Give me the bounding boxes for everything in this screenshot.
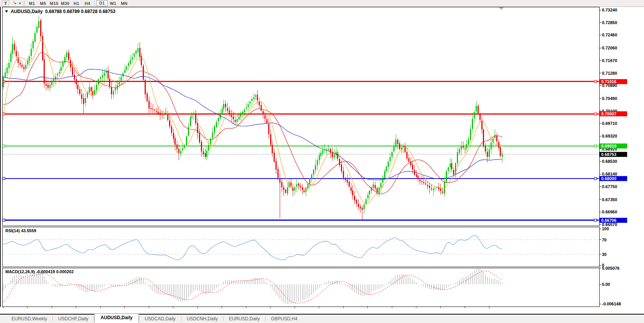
price-line-label: 0.69010 [600, 144, 627, 149]
chart-menu-icon[interactable] [5, 10, 8, 13]
price-tick-label: 0.72060 [602, 46, 617, 50]
ohlc-values: 0.68788 0.68789 0.68728 0.68753 [45, 9, 116, 14]
macd-scale-label: 0.005076 [602, 266, 620, 271]
price-tick-label: 0.66960 [602, 210, 617, 214]
timeframe-M15[interactable]: M15 [49, 0, 60, 6]
text-tool-label: T [4, 1, 7, 6]
dropdown-caret-icon[interactable] [19, 3, 21, 4]
tab-usdcnh-daily[interactable]: USDCNH,Daily [181, 315, 223, 323]
main-chart-panel[interactable] [2, 7, 600, 226]
price-tick-label: 0.70490 [602, 96, 617, 101]
rsi-scale-label: 30 [602, 252, 607, 257]
price-tick-label: 0.72850 [602, 20, 617, 25]
symbol-period-label: AUDUSD,Daily [11, 9, 42, 14]
toolbar-grip[interactable] [24, 1, 24, 6]
timeframe-H1[interactable]: H1 [71, 0, 82, 6]
price-line-label: 0.71016 [600, 79, 627, 84]
rsi-scale-label: 70 [602, 238, 607, 242]
tab-eurusd-daily[interactable]: EURUSD,Daily [223, 315, 265, 323]
price-line-label: 0.68753 [600, 152, 627, 157]
price-tick-label: 0.71280 [602, 71, 617, 75]
chart-legend: AUDUSD,Daily 0.68788 0.68789 0.68728 0.6… [5, 9, 116, 14]
price-line-label: 0.68000 [600, 176, 627, 181]
price-tick-label: 0.73240 [602, 8, 617, 12]
price-tick-label: 0.69710 [602, 121, 617, 126]
toolbar: T M1M5M15M30H1H4D1W1MN [0, 0, 644, 7]
rsi-scale-label: 100 [602, 226, 609, 231]
timeframe-M5[interactable]: M5 [37, 0, 49, 6]
price-tick-label: 0.69320 [602, 134, 617, 138]
timeframe-H4[interactable]: H4 [82, 0, 93, 6]
tab-eurusd-weekly[interactable]: EURUSD,Weekly [6, 315, 52, 323]
timeframe-M30[interactable]: M30 [60, 0, 71, 6]
tab-usdcad-daily[interactable]: USDCAD,Daily [139, 315, 181, 323]
arrange-icon [12, 0, 17, 6]
price-line-label: 0.66706 [600, 218, 627, 223]
price-line-label: 0.70007 [600, 111, 627, 116]
timeframe-D1[interactable]: D1 [96, 0, 108, 6]
text-tool-button[interactable]: T [2, 0, 9, 7]
chart-tabbar: EURUSD,WeeklyUSDCHF,DailyAUDUSD,DailyUSD… [0, 315, 644, 323]
macd-label: MACD(12,26,9) -0.000419 0.000202 [5, 269, 74, 274]
window-left-edge [0, 7, 1, 314]
price-tick-label: 0.71670 [602, 58, 617, 63]
tab-audusd-daily[interactable]: AUDUSD,Daily [94, 313, 139, 323]
tab-usdchf-daily[interactable]: USDCHF,Daily [53, 315, 94, 323]
price-tick-label: 0.67750 [602, 184, 617, 189]
arrange-button[interactable] [11, 0, 22, 6]
macd-panel[interactable] [2, 268, 600, 307]
rsi-panel[interactable] [2, 227, 600, 267]
timeframe-MN[interactable]: MN [119, 0, 130, 6]
timeframe-button-group: M1M5M15M30H1H4D1W1MN [26, 0, 130, 6]
timeframe-W1[interactable]: W1 [108, 0, 119, 6]
price-tick-label: 0.67350 [602, 197, 617, 202]
tab-gbpusd-h4[interactable]: GBPUSD,H4 [266, 315, 303, 323]
macd-scale-label: 0.00 [602, 282, 610, 287]
time-axis[interactable]: 4 Jan 201923 Jan 201911 Feb 20191 Mar 20… [0, 307, 644, 314]
timeframe-M1[interactable]: M1 [26, 0, 37, 6]
rsi-label: RSI(14) 43.5559 [5, 228, 36, 233]
macd-scale-label: -0.006148 [602, 302, 621, 306]
price-tick-label: 0.72460 [602, 33, 617, 37]
price-tick-label: 0.68530 [602, 159, 617, 164]
price-tick-label: 0.68140 [602, 172, 617, 176]
